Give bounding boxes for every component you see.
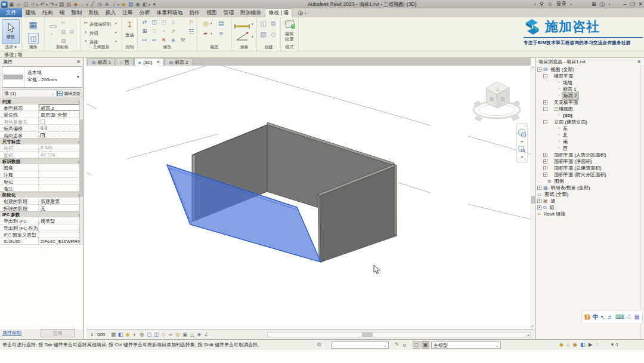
property-value[interactable]: 42.724 (39, 152, 83, 158)
tab-结构[interactable]: 结构 (39, 8, 57, 17)
tree-item-Revit 链接[interactable]: ∞Revit 链接 (537, 211, 566, 217)
sign-in-button[interactable]: 登录 (556, 1, 566, 8)
redo-icon[interactable]: ↷ (48, 1, 55, 8)
dimension-angle-icon[interactable] (236, 32, 249, 44)
expand-icon[interactable]: + (537, 186, 541, 190)
tab-协作[interactable]: 协作 (186, 8, 203, 17)
tree-item-南[interactable]: ▫南 (558, 139, 569, 145)
file-icon[interactable]: ▣ (8, 1, 15, 8)
property-row[interactable]: 标高偏移0.0 (0, 125, 83, 131)
open-icon[interactable]: ▱ (15, 1, 22, 8)
modify-tool-icon[interactable]: ⚒ (179, 37, 186, 44)
crop-region-icon[interactable]: ◫ (153, 331, 159, 338)
select-pinned-icon[interactable]: ◉ (572, 342, 577, 347)
tree-item-楼层平面[interactable]: −楼层平面 (543, 73, 574, 79)
tab-附加模块[interactable]: 附加模块 (237, 8, 265, 17)
property-row[interactable]: 图像 (0, 164, 83, 171)
user-icon[interactable]: ◉ (134, 1, 141, 8)
scroll-up-icon[interactable]: ▲ (531, 66, 535, 69)
horizontal-scrollbar[interactable]: ▸ (267, 332, 531, 337)
reveal-hidden-icon[interactable]: ◎ (174, 331, 181, 338)
tab-体量和场地[interactable]: 体量和场地 (153, 8, 186, 17)
tree-item-视图 (全部)[interactable]: −▤视图 (全部) (537, 66, 575, 73)
temporary-hide-icon[interactable]: ∞ (167, 331, 174, 338)
paste-icon[interactable]: ▭ (48, 21, 58, 30)
create-group-icon[interactable]: ⧉ (270, 20, 277, 27)
close-icon[interactable]: ✕ (637, 59, 641, 64)
crop-view-icon[interactable]: ▢ (145, 331, 152, 338)
tree-item-{3D}[interactable]: ▫{3D} (558, 112, 574, 119)
sogou-logo-icon[interactable] (584, 312, 590, 322)
design-option-dropdown[interactable]: 主模型 ⌄ (431, 342, 501, 349)
close-icon[interactable]: ✕ (76, 59, 80, 64)
render-icon[interactable]: ◆ (120, 1, 127, 8)
close-button[interactable]: ✕ (638, 2, 643, 7)
cut-icon[interactable]: ✂ (60, 20, 67, 26)
viewcube-compass-arrow[interactable] (513, 101, 520, 106)
property-value[interactable]: 0.0 (39, 125, 83, 131)
modify-tool-icon[interactable]: ⚐ (188, 19, 195, 26)
tree-item-面积平面 (人防分区面积)[interactable]: +面积平面 (人防分区面积) (543, 152, 608, 158)
lock-3d-icon[interactable]: ◇ (160, 331, 166, 338)
geometry-row-icon[interactable]: ◖ (83, 38, 89, 44)
expand-icon[interactable]: + (543, 166, 547, 170)
linework-icon[interactable]: ▤ (218, 20, 225, 27)
microphone-icon[interactable]: ♬ (607, 314, 613, 320)
property-value[interactable] (39, 231, 83, 237)
property-value[interactable] (39, 185, 83, 191)
modify-tool-icon[interactable]: ☷ (188, 28, 195, 35)
visual-style-icon[interactable]: ◧ (117, 331, 123, 338)
property-value[interactable]: 标高 2 (39, 104, 83, 110)
property-value[interactable] (39, 164, 83, 170)
property-row[interactable]: 备注 (0, 185, 83, 192)
property-value[interactable]: 2iFs4C_$16WRRC... (39, 238, 83, 244)
tree-item-组[interactable]: +⧉组 (537, 204, 556, 211)
property-row[interactable]: IFC 预定义类型 (0, 231, 83, 238)
save-icon[interactable]: ◫ (22, 1, 29, 8)
property-section-阶段化[interactable]: 阶段化∧ (0, 192, 83, 198)
expand-icon[interactable]: + (543, 153, 547, 157)
vertical-scrollbar-thumb[interactable] (531, 196, 535, 204)
view-tab-标高 1[interactable]: ▤标高 1 (88, 58, 115, 66)
tree-item-三维视图[interactable]: −三维视图 (543, 106, 574, 112)
tree-item-北[interactable]: ▫北 (558, 132, 569, 139)
keyboard-icon[interactable]: ⌨ (615, 314, 624, 320)
edit-type-button[interactable]: 编辑类型 (57, 90, 82, 97)
modify-tool-icon[interactable]: ✕ (160, 37, 167, 44)
property-section-IFC 参数[interactable]: IFC 参数∧ (0, 211, 83, 217)
displacement-icon[interactable]: ◈ (196, 331, 202, 338)
property-value[interactable] (39, 118, 83, 124)
tab-系统[interactable]: 系统 (85, 8, 103, 17)
tree-item-明细表/数量 (全部)[interactable]: +▦明细表/数量 (全部) (537, 184, 591, 191)
properties-palette-icon[interactable]: ▦ (28, 20, 38, 30)
tab-管理[interactable]: 管理 (220, 8, 237, 17)
property-row[interactable]: 导出到 IFC 作为 (0, 224, 83, 231)
detail-level-icon[interactable]: ▦ (110, 331, 116, 338)
window-icon[interactable]: ◧ (141, 1, 148, 8)
skin-icon[interactable]: ☃ (627, 314, 632, 320)
property-row[interactable]: 参照标高标高 2 (0, 104, 83, 111)
lightbulb-icon[interactable]: ◎ (202, 20, 210, 27)
toolbox-icon[interactable]: ▦ (634, 314, 640, 320)
filter-icon[interactable]: ▼:1 (610, 342, 618, 347)
tab-注释[interactable]: 注释 (119, 8, 137, 17)
measure-tape-icon[interactable] (234, 21, 250, 32)
revit-logo-icon[interactable]: R (1, 1, 8, 8)
analytical-model-icon[interactable]: △ (188, 331, 195, 338)
tab-插入[interactable]: 插入 (102, 8, 119, 17)
property-row[interactable]: 与体量相关 (0, 118, 83, 125)
minimize-button[interactable]: – (623, 2, 626, 7)
modify-tool-icon[interactable]: ⇄ (141, 19, 148, 26)
create-parts-icon[interactable]: ▧ (259, 30, 267, 38)
tree-item-族[interactable]: +▣族 (537, 198, 557, 204)
geometry-row-icon[interactable]: ✂ (83, 20, 89, 26)
property-row[interactable]: 创建的阶段新建建筑 (0, 198, 83, 204)
expand-icon[interactable]: + (543, 159, 547, 164)
worksharing-display-icon[interactable]: ▢ (413, 341, 420, 349)
checkbox-checked-icon[interactable]: ✓ (41, 133, 45, 137)
temporary-properties-icon[interactable]: ▣ (181, 331, 188, 338)
modify-tool-icon[interactable]: ▫ (160, 28, 167, 35)
create-assembly-icon[interactable]: ◫ (259, 20, 267, 27)
property-value[interactable] (39, 171, 83, 177)
modify-tool-icon[interactable]: ◰ (160, 19, 167, 26)
